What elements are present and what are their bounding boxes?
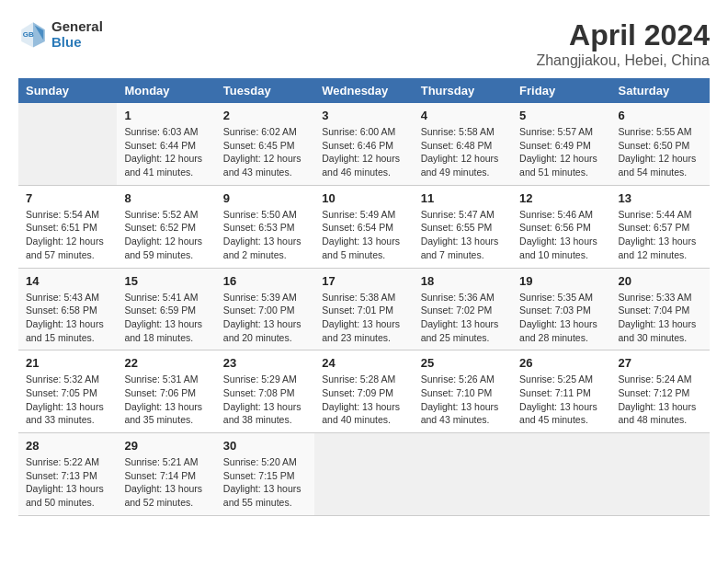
- day-cell: [512, 433, 610, 516]
- day-info: Sunrise: 5:58 AM Sunset: 6:48 PM Dayligh…: [421, 125, 505, 179]
- day-cell: 11Sunrise: 5:47 AM Sunset: 6:55 PM Dayli…: [414, 185, 512, 268]
- svg-text:GB: GB: [23, 30, 34, 39]
- day-cell: 2Sunrise: 6:02 AM Sunset: 6:45 PM Daylig…: [216, 103, 314, 185]
- day-cell: 5Sunrise: 5:57 AM Sunset: 6:49 PM Daylig…: [512, 103, 610, 185]
- day-number: 6: [619, 109, 702, 122]
- week-row: 7Sunrise: 5:54 AM Sunset: 6:51 PM Daylig…: [18, 185, 710, 268]
- day-info: Sunrise: 5:57 AM Sunset: 6:49 PM Dayligh…: [519, 125, 603, 179]
- day-info: Sunrise: 5:46 AM Sunset: 6:56 PM Dayligh…: [519, 208, 603, 262]
- day-number: 2: [223, 109, 307, 122]
- day-number: 22: [124, 356, 208, 370]
- calendar-table: SundayMondayTuesdayWednesdayThursdayFrid…: [18, 78, 710, 516]
- location-subtitle: Zhangjiakou, Hebei, China: [536, 52, 710, 69]
- page-header: GB General Blue April 2024 Zhangjiakou, …: [18, 18, 710, 69]
- day-cell: 12Sunrise: 5:46 AM Sunset: 6:56 PM Dayli…: [512, 185, 610, 268]
- day-cell: 10Sunrise: 5:49 AM Sunset: 6:54 PM Dayli…: [314, 185, 413, 268]
- day-number: 23: [223, 356, 307, 370]
- day-number: 19: [519, 274, 603, 288]
- day-info: Sunrise: 6:02 AM Sunset: 6:45 PM Dayligh…: [223, 125, 307, 179]
- logo: GB General Blue: [18, 18, 103, 50]
- day-info: Sunrise: 5:21 AM Sunset: 7:14 PM Dayligh…: [124, 455, 208, 510]
- day-number: 3: [322, 109, 405, 122]
- day-cell: 22Sunrise: 5:31 AM Sunset: 7:06 PM Dayli…: [117, 350, 215, 433]
- week-row: 1Sunrise: 6:03 AM Sunset: 6:44 PM Daylig…: [18, 103, 710, 185]
- weekday-header: Saturday: [611, 78, 710, 103]
- day-number: 18: [421, 274, 505, 288]
- day-number: 15: [124, 274, 208, 288]
- logo-icon: GB: [18, 19, 48, 49]
- day-number: 29: [124, 439, 208, 453]
- day-cell: 27Sunrise: 5:24 AM Sunset: 7:12 PM Dayli…: [611, 350, 710, 433]
- weekday-header: Monday: [117, 78, 215, 103]
- day-cell: [414, 433, 512, 516]
- day-info: Sunrise: 5:29 AM Sunset: 7:08 PM Dayligh…: [223, 373, 307, 427]
- day-number: 21: [26, 356, 109, 370]
- day-number: 12: [519, 191, 603, 205]
- day-info: Sunrise: 5:54 AM Sunset: 6:51 PM Dayligh…: [26, 208, 109, 262]
- day-number: 20: [619, 274, 702, 288]
- week-row: 21Sunrise: 5:32 AM Sunset: 7:05 PM Dayli…: [18, 350, 710, 433]
- day-cell: [314, 433, 413, 516]
- day-number: 24: [322, 356, 405, 370]
- day-info: Sunrise: 5:22 AM Sunset: 7:13 PM Dayligh…: [26, 455, 109, 510]
- day-cell: 29Sunrise: 5:21 AM Sunset: 7:14 PM Dayli…: [117, 433, 215, 516]
- day-info: Sunrise: 5:39 AM Sunset: 7:00 PM Dayligh…: [223, 291, 307, 345]
- weekday-header: Tuesday: [216, 78, 314, 103]
- day-info: Sunrise: 6:03 AM Sunset: 6:44 PM Dayligh…: [124, 125, 208, 179]
- day-cell: [611, 433, 710, 516]
- day-info: Sunrise: 6:00 AM Sunset: 6:46 PM Dayligh…: [322, 125, 405, 179]
- day-info: Sunrise: 5:52 AM Sunset: 6:52 PM Dayligh…: [124, 208, 208, 262]
- day-info: Sunrise: 5:41 AM Sunset: 6:59 PM Dayligh…: [124, 291, 208, 345]
- day-info: Sunrise: 5:33 AM Sunset: 7:04 PM Dayligh…: [619, 291, 702, 345]
- day-info: Sunrise: 5:49 AM Sunset: 6:54 PM Dayligh…: [322, 208, 405, 262]
- day-number: 4: [421, 109, 505, 122]
- day-number: 30: [223, 439, 307, 453]
- day-cell: 18Sunrise: 5:36 AM Sunset: 7:02 PM Dayli…: [414, 268, 512, 350]
- day-cell: 16Sunrise: 5:39 AM Sunset: 7:00 PM Dayli…: [216, 268, 314, 350]
- day-cell: 6Sunrise: 5:55 AM Sunset: 6:50 PM Daylig…: [611, 103, 710, 185]
- day-number: 11: [421, 191, 505, 205]
- day-number: 17: [322, 274, 405, 288]
- weekday-header: Wednesday: [314, 78, 413, 103]
- day-cell: 8Sunrise: 5:52 AM Sunset: 6:52 PM Daylig…: [117, 185, 215, 268]
- day-cell: [18, 103, 117, 185]
- day-cell: 13Sunrise: 5:44 AM Sunset: 6:57 PM Dayli…: [611, 185, 710, 268]
- day-number: 9: [223, 191, 307, 205]
- day-number: 26: [519, 356, 603, 370]
- day-info: Sunrise: 5:38 AM Sunset: 7:01 PM Dayligh…: [322, 291, 405, 345]
- day-info: Sunrise: 5:35 AM Sunset: 7:03 PM Dayligh…: [519, 291, 603, 345]
- day-info: Sunrise: 5:31 AM Sunset: 7:06 PM Dayligh…: [124, 373, 208, 427]
- day-cell: 23Sunrise: 5:29 AM Sunset: 7:08 PM Dayli…: [216, 350, 314, 433]
- day-number: 7: [26, 191, 109, 205]
- day-number: 16: [223, 274, 307, 288]
- day-info: Sunrise: 5:43 AM Sunset: 6:58 PM Dayligh…: [26, 291, 109, 345]
- day-info: Sunrise: 5:20 AM Sunset: 7:15 PM Dayligh…: [223, 455, 307, 510]
- weekday-header-row: SundayMondayTuesdayWednesdayThursdayFrid…: [18, 78, 710, 103]
- week-row: 14Sunrise: 5:43 AM Sunset: 6:58 PM Dayli…: [18, 268, 710, 350]
- day-number: 14: [26, 274, 109, 288]
- weekday-header: Sunday: [18, 78, 117, 103]
- title-block: April 2024 Zhangjiakou, Hebei, China: [536, 18, 710, 69]
- day-info: Sunrise: 5:24 AM Sunset: 7:12 PM Dayligh…: [619, 373, 702, 427]
- day-cell: 17Sunrise: 5:38 AM Sunset: 7:01 PM Dayli…: [314, 268, 413, 350]
- day-info: Sunrise: 5:26 AM Sunset: 7:10 PM Dayligh…: [421, 373, 505, 427]
- day-info: Sunrise: 5:44 AM Sunset: 6:57 PM Dayligh…: [619, 208, 702, 262]
- day-info: Sunrise: 5:55 AM Sunset: 6:50 PM Dayligh…: [619, 125, 702, 179]
- day-number: 10: [322, 191, 405, 205]
- logo-text: General Blue: [51, 18, 103, 50]
- day-cell: 28Sunrise: 5:22 AM Sunset: 7:13 PM Dayli…: [18, 433, 117, 516]
- day-cell: 15Sunrise: 5:41 AM Sunset: 6:59 PM Dayli…: [117, 268, 215, 350]
- day-cell: 24Sunrise: 5:28 AM Sunset: 7:09 PM Dayli…: [314, 350, 413, 433]
- day-cell: 21Sunrise: 5:32 AM Sunset: 7:05 PM Dayli…: [18, 350, 117, 433]
- day-number: 5: [519, 109, 603, 122]
- month-title: April 2024: [536, 18, 710, 52]
- day-info: Sunrise: 5:32 AM Sunset: 7:05 PM Dayligh…: [26, 373, 109, 427]
- day-cell: 30Sunrise: 5:20 AM Sunset: 7:15 PM Dayli…: [216, 433, 314, 516]
- day-info: Sunrise: 5:50 AM Sunset: 6:53 PM Dayligh…: [223, 208, 307, 262]
- day-cell: 25Sunrise: 5:26 AM Sunset: 7:10 PM Dayli…: [414, 350, 512, 433]
- day-info: Sunrise: 5:25 AM Sunset: 7:11 PM Dayligh…: [519, 373, 603, 427]
- weekday-header: Friday: [512, 78, 610, 103]
- day-info: Sunrise: 5:47 AM Sunset: 6:55 PM Dayligh…: [421, 208, 505, 262]
- day-number: 27: [619, 356, 702, 370]
- day-number: 8: [124, 191, 208, 205]
